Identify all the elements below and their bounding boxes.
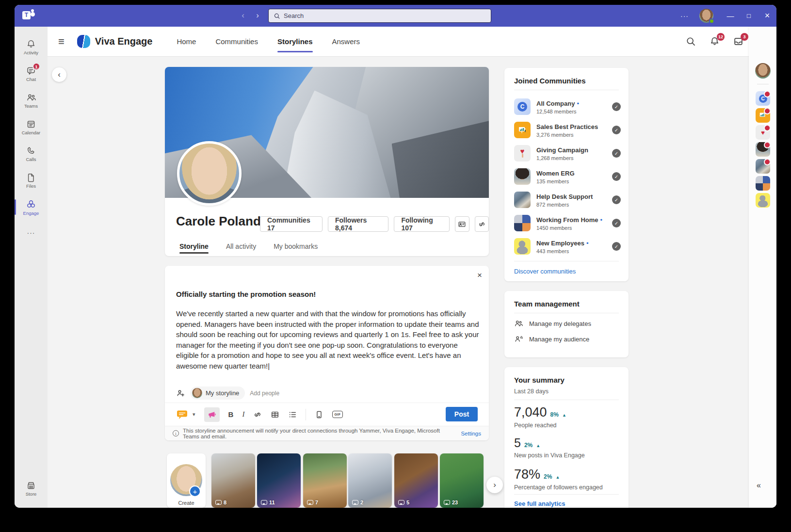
communities-count-button[interactable]: Communities 17 [260,216,323,232]
joined-check-icon[interactable]: ✓ [612,126,621,134]
user-avatar[interactable] [699,9,713,23]
story-tile[interactable]: 5 [394,453,438,508]
minimize-button[interactable]: — [721,5,740,27]
back-button[interactable]: ‹ [52,67,66,82]
story-tile[interactable]: 11 [257,453,301,508]
history-back-icon[interactable]: ‹ [238,10,248,21]
tab-storylines[interactable]: Storylines [277,27,313,57]
rail-sales-best-practices-icon[interactable] [756,108,770,123]
post-body[interactable]: We've recently started a new quarter and… [176,308,481,371]
sidebar-item-chat[interactable]: 1 Chat [15,61,48,87]
joined-check-icon[interactable]: ✓ [612,102,621,111]
community-item[interactable]: C All Company•12,548 members ✓ [514,95,621,118]
inbox-icon[interactable]: 3 [733,36,744,47]
community-item[interactable]: Help Desk Support872 members ✓ [514,188,621,211]
community-item[interactable]: Women ERG135 members ✓ [514,165,621,188]
gif-icon[interactable]: GIF [332,411,342,418]
rail-giving-campaign-icon[interactable]: ♥ [756,125,770,140]
settings-link[interactable]: Settings [461,431,481,436]
sidebar-item-calls[interactable]: Calls [15,141,48,167]
post-title[interactable]: Officially starting the promotion season… [176,290,316,298]
discussion-type-button[interactable] [176,409,189,420]
header-search-icon[interactable] [686,36,696,47]
notifications-icon[interactable]: 12 [710,36,720,47]
sidebar-item-calendar[interactable]: Calendar [15,114,48,140]
add-person-icon[interactable] [176,388,185,398]
maximize-button[interactable]: □ [740,5,758,27]
community-item[interactable]: ♥ Giving Campaign1,268 members ✓ [514,142,621,165]
community-item[interactable]: New Employees•443 members ✓ [514,235,621,258]
contact-card-button[interactable] [455,216,469,232]
joined-check-icon[interactable]: ✓ [612,219,621,227]
rail-more-apps[interactable]: ··· [15,226,48,240]
audience-selector[interactable]: My storyline [190,387,245,400]
tab-my-bookmarks[interactable]: My bookmarks [274,239,318,254]
hamburger-menu-icon[interactable]: ≡ [58,35,65,48]
titlebar-more-icon[interactable]: ··· [680,12,689,20]
table-icon[interactable] [271,410,279,419]
store-icon [26,481,36,490]
sidebar-item-store[interactable]: Store [15,475,48,501]
tab-communities[interactable]: Communities [215,27,258,57]
story-tile[interactable]: 2 [348,453,392,508]
sales-best-practices-icon [514,122,531,138]
rail-working-from-home-icon[interactable] [756,176,770,191]
joined-check-icon[interactable]: ✓ [612,172,621,181]
all-company-icon: C [514,98,531,115]
copy-link-button[interactable] [475,216,489,232]
discover-communities-link[interactable]: Discover communities [514,268,576,275]
manage-audience-item[interactable]: Manage my audience [514,335,589,343]
sidebar-item-activity[interactable]: Activity [15,34,48,60]
story-tile[interactable]: 8 [211,453,255,508]
followers-count-button[interactable]: Followers 8,674 [328,216,388,232]
rail-new-employees-icon[interactable] [756,193,770,208]
story-tile[interactable]: 7 [303,453,347,508]
create-story-tile[interactable]: + Create [167,453,206,508]
joined-check-icon[interactable]: ✓ [612,149,621,158]
community-item[interactable]: Working From Home•1450 members ✓ [514,211,621,235]
see-full-analytics-link[interactable]: See full analytics [514,500,565,507]
add-people-button[interactable]: Add people [250,390,279,397]
collapse-rail-icon[interactable]: « [757,481,761,490]
page-preview-icon[interactable] [315,410,323,419]
numbered-list-icon[interactable] [288,410,297,419]
announcement-type-button[interactable] [204,407,220,422]
insert-link-icon[interactable] [253,410,262,419]
teams-app-rail: Activity 1 Chat Teams Calendar Calls Fil… [15,27,48,508]
rail-help-desk-support-icon[interactable] [756,159,770,174]
contact-card-icon [458,220,466,228]
sidebar-item-files[interactable]: Files [15,167,48,193]
tab-home[interactable]: Home [177,27,196,57]
carousel-next-button[interactable]: › [486,477,503,493]
inbox-badge: 3 [741,33,748,41]
search-icon [274,13,280,19]
title-bar: T ‹ › Search ··· — □ × [15,5,776,27]
bold-icon[interactable]: B [228,410,234,419]
stat-new-posts: 52%▲ New posts in Viva Engage [514,436,585,459]
joined-check-icon[interactable]: ✓ [612,242,621,251]
rail-user-avatar[interactable] [755,63,771,79]
community-item[interactable]: Sales Best Practices3,276 members ✓ [514,118,621,142]
following-count-button[interactable]: Following 107 [394,216,450,232]
audience-icon [514,335,523,343]
new-employees-icon [514,238,531,255]
tab-storyline[interactable]: Storyline [179,239,209,254]
sidebar-item-engage[interactable]: Engage [15,194,48,220]
rail-all-company-icon[interactable]: C [756,91,770,106]
history-forward-icon[interactable]: › [252,10,263,21]
italic-icon[interactable]: I [242,410,244,419]
post-button[interactable]: Post [446,407,478,421]
profile-avatar[interactable] [177,141,242,206]
joined-check-icon[interactable]: ✓ [612,195,621,204]
manage-delegates-item[interactable]: Manage my delegates [514,319,591,328]
story-tile[interactable]: 23 [440,453,484,508]
tab-all-activity[interactable]: All activity [226,239,256,254]
tab-answers[interactable]: Answers [332,27,360,57]
rail-women-erg-icon[interactable] [756,142,770,157]
chevron-down-icon[interactable]: ▾ [193,411,195,418]
sidebar-item-teams[interactable]: Teams [15,87,48,113]
close-icon[interactable]: × [477,271,482,280]
plus-icon: + [189,485,201,497]
search-input[interactable]: Search [268,9,491,23]
close-button[interactable]: × [758,5,776,27]
